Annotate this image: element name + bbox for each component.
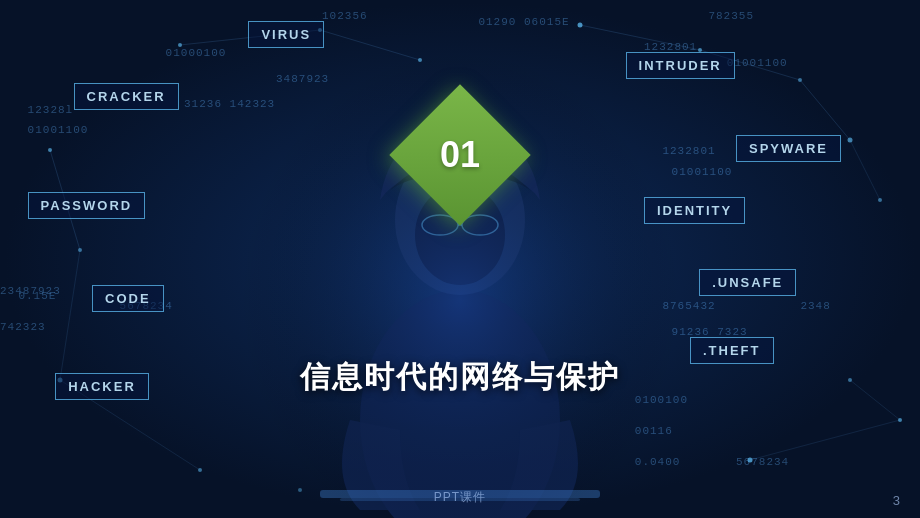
slide-number: 01: [440, 134, 480, 176]
tag-unsafe: .UNSAFE: [699, 269, 796, 296]
tag-spyware: SPYWARE: [736, 135, 841, 162]
main-title: 信息时代的网络与保护: [300, 357, 620, 398]
tag-code: CODE: [92, 285, 164, 312]
page-number: 3: [893, 493, 900, 508]
tag-hacker: HACKER: [55, 373, 149, 400]
tag-virus: VIRUS: [248, 21, 324, 48]
diamond-badge: 01: [400, 95, 520, 215]
tag-intruder: INTRUDER: [626, 52, 735, 79]
tag-theft: .THEFT: [690, 337, 774, 364]
tag-password: PASSWORD: [28, 192, 146, 219]
tag-identity: IDENTITY: [644, 197, 745, 224]
tag-cracker: CRACKER: [74, 83, 179, 110]
slide: 10235601290 06015E7823553487923010001003…: [0, 0, 920, 518]
background: [0, 0, 920, 518]
footer-label: PPT课件: [434, 489, 486, 506]
